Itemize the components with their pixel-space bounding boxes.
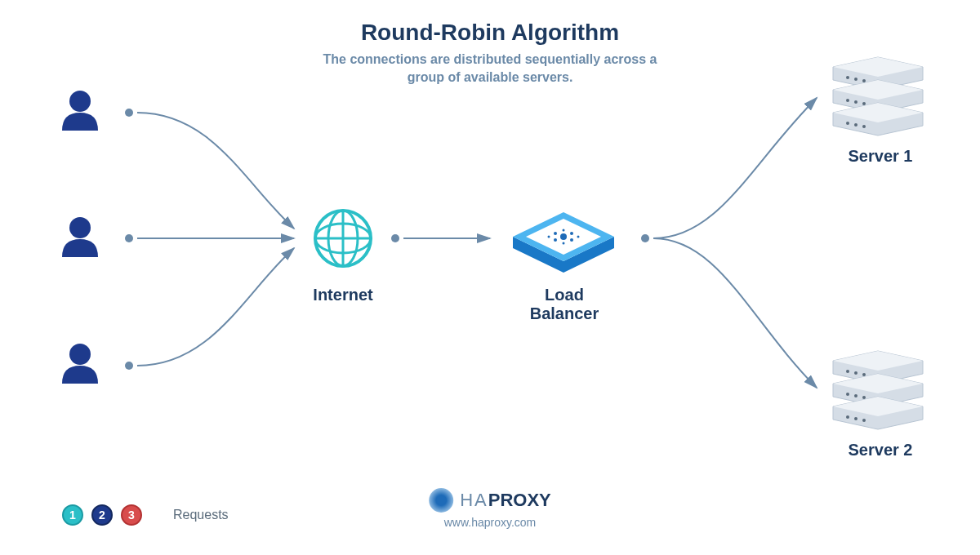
legend: 1 2 3 Requests [62, 504, 229, 526]
flow-arrow [653, 98, 817, 238]
diagram-subtitle: The connections are distributed sequenti… [318, 51, 662, 87]
brand-block: HAPROXY www.haproxy.com [429, 488, 551, 529]
connector-dot [125, 109, 133, 117]
svg-point-33 [854, 417, 858, 420]
flow-arrow [137, 248, 294, 366]
brand-name-pre: HA [460, 490, 488, 510]
svg-point-12 [570, 238, 573, 242]
brand-name: HAPROXY [429, 488, 551, 513]
legend-dot-1: 1 [62, 504, 83, 526]
svg-point-9 [554, 232, 557, 235]
server1-label: Server 1 [840, 147, 921, 166]
svg-point-30 [854, 394, 858, 397]
server-icon [833, 57, 923, 135]
svg-point-11 [554, 238, 557, 242]
svg-point-4 [328, 211, 358, 266]
svg-point-17 [846, 76, 849, 79]
load-balancer-label: Load Balancer [519, 286, 609, 323]
svg-point-21 [854, 100, 858, 104]
svg-point-32 [846, 415, 849, 419]
svg-point-34 [862, 419, 866, 422]
svg-point-8 [560, 233, 567, 240]
svg-point-19 [862, 79, 866, 82]
user-icon [62, 217, 98, 257]
svg-point-3 [315, 211, 371, 266]
load-balancer-icon [513, 212, 614, 273]
svg-point-20 [846, 99, 849, 102]
svg-point-25 [862, 125, 866, 128]
svg-point-22 [862, 102, 866, 105]
connector-dot [125, 234, 133, 242]
svg-point-10 [570, 232, 573, 235]
svg-point-24 [854, 123, 858, 127]
brand-url: www.haproxy.com [429, 516, 551, 529]
svg-point-0 [69, 91, 91, 112]
svg-point-23 [846, 122, 849, 125]
connector-dot [125, 362, 133, 370]
svg-point-31 [862, 396, 866, 399]
internet-icon [315, 211, 371, 266]
svg-point-16 [563, 242, 565, 245]
svg-point-29 [846, 393, 849, 396]
svg-point-26 [846, 370, 849, 373]
server-icon [833, 351, 923, 429]
svg-point-28 [862, 373, 866, 376]
connector-dot [641, 234, 649, 242]
svg-point-13 [548, 236, 550, 238]
svg-point-5 [315, 224, 371, 253]
flow-arrow [137, 113, 294, 229]
legend-dot-3: 3 [121, 504, 142, 526]
svg-point-18 [854, 78, 858, 81]
user-icon [62, 91, 98, 131]
internet-label: Internet [310, 286, 376, 304]
svg-point-15 [563, 229, 565, 232]
brand-logo-icon [429, 488, 453, 513]
diagram-title: Round-Robin Algorithm [361, 20, 619, 46]
svg-point-1 [69, 217, 91, 238]
legend-dot-2: 2 [91, 504, 113, 526]
flow-arrow [653, 238, 817, 388]
svg-point-2 [69, 344, 91, 365]
svg-point-14 [577, 236, 580, 238]
legend-label: Requests [173, 508, 229, 522]
connector-dot [391, 234, 399, 242]
svg-point-27 [854, 371, 858, 375]
brand-name-post: PROXY [488, 490, 551, 510]
server2-label: Server 2 [840, 441, 921, 460]
user-icon [62, 344, 98, 384]
